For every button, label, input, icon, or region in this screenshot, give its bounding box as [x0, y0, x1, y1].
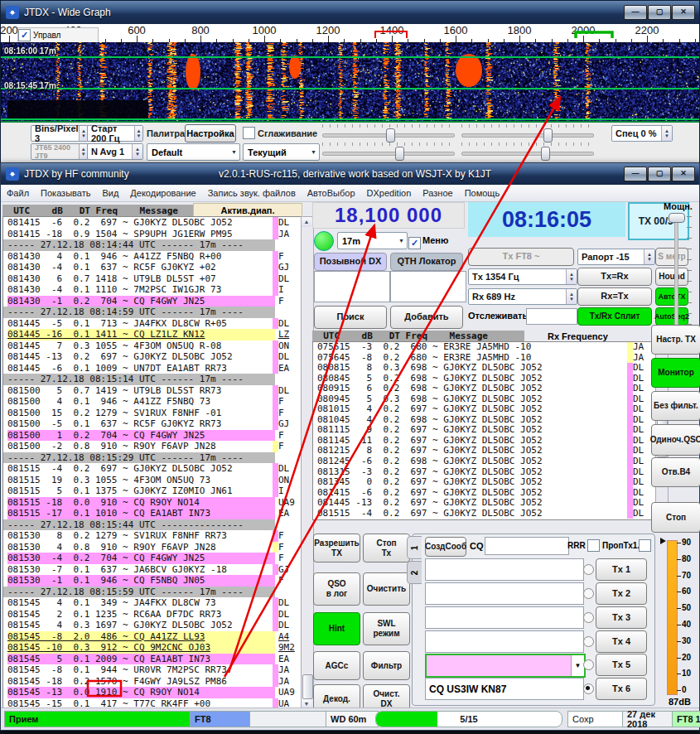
table-row[interactable]: 081530 8 0.2 1279 ~ SV1RUX F8NHF RR73F — [3, 530, 302, 542]
table-row[interactable]: 081500 5 0.7 1419 ~ UT9LB DL5ST RR73DL — [3, 385, 302, 397]
tx-select-radio-6[interactable] — [583, 683, 594, 694]
table-row[interactable]: 081445 -13 0.2 697 ~ GJ0KYZ DL5OBC JO52D… — [313, 498, 656, 509]
tx5-dropdown-icon[interactable]: ▼ — [571, 655, 584, 676]
action-button-фильтр[interactable]: Фильтр — [363, 651, 410, 680]
table-row[interactable]: 081445 -5 0.1 713 ~ JA4FKX DL8CW R+05DL — [3, 318, 302, 330]
rx-eq-tx-button[interactable]: Rx=Tx — [577, 287, 652, 306]
action-button-стоп-тх[interactable]: Стоп Тх — [363, 534, 410, 563]
table-row[interactable]: 081515 -18 0.0 910 ~ CQ R9OY NO14UA9 — [3, 497, 302, 509]
table-row[interactable]: 081545 -13 0.0 1910 ~ CQ R9OY NO14UA9 — [3, 687, 302, 698]
tx-audio-freq-spinner[interactable]: Tx 1354 Гц▲▼ — [468, 268, 577, 285]
jt65-jt9-split-spinner[interactable]: JT65 2400 JT9▲▼ — [31, 143, 89, 160]
menu-item-dxpedition[interactable]: DXpedition — [361, 186, 418, 200]
table-row[interactable]: 081530 -4 0.2 704 ~ CQ F4GWY JN25F — [3, 553, 302, 564]
rx-audio-freq-spinner[interactable]: Rx 689 Hz▲▼ — [468, 288, 577, 305]
rrr-checkbox[interactable] — [587, 539, 600, 555]
n-avg-spinner[interactable]: N Avg 1▲▼ — [87, 143, 143, 160]
status-save[interactable]: Сохр — [567, 711, 627, 727]
gain2-slider[interactable] — [322, 142, 455, 159]
palette-select[interactable]: Default▼ — [147, 143, 240, 161]
table-row[interactable]: 081545 -10 0.3 912 ~ CQ 9M2CNC OJ039M2 — [3, 642, 302, 654]
band-activity-table[interactable]: 081415 -6 0.2 697 ~ GJ0KYZ DL5OBC JO52DL… — [2, 216, 302, 710]
main-titlebar[interactable]: ✦ JTDX by HF community v2.0.1-RUS-rc115,… — [1, 163, 699, 185]
split-button[interactable]: Tx/Rx Сплит — [577, 307, 652, 326]
table-row[interactable]: 081530 -1 0.1 946 ~ CQ F5NBQ JN05F — [3, 575, 302, 587]
track-input[interactable] — [526, 308, 577, 325]
action-button-hint[interactable]: Hint — [313, 612, 360, 645]
spec-percent-spinner[interactable]: Спец 0 %▲▼ — [611, 125, 673, 142]
table-row[interactable]: ----- 27.12.18 08:14:59 UTC ------ 17m -… — [3, 307, 275, 318]
checkbox-checked-icon[interactable]: ✓ — [18, 29, 31, 41]
table-row[interactable]: 081430 4 0.1 946 ~ A41ZZ F5NBQ R+00F — [3, 251, 302, 263]
table-row[interactable]: 081545 -8 0.1 944 ~ UR0VR 7M2PSC RR73JA — [3, 664, 302, 676]
table-row[interactable]: 081530 4 0.8 910 ~ R9OY F6AVP JN28F — [3, 542, 302, 553]
tx-button-4[interactable]: Tx 4 — [596, 630, 647, 653]
table-row[interactable]: 081015 4 0.2 697 ~ GJ0KYZ DL5OBC JO52DL — [313, 404, 656, 415]
autotx-button[interactable]: АвтоTX — [655, 287, 688, 306]
table-row[interactable]: 081500 1 0.2 704 ~ CQ F4GWY JN25F — [3, 430, 302, 442]
table-row[interactable]: 075615 -3 0.2 680 ~ ER3RE JA5MHD -10JA — [313, 342, 656, 353]
bins-per-pixel-spinner[interactable]: Bins/Pixel 3▲▼ — [31, 125, 89, 142]
waterfall-display[interactable] — [1, 42, 699, 121]
zero2-slider[interactable] — [461, 142, 594, 159]
menu-item-вид[interactable]: Вид — [96, 186, 124, 200]
right-button-без-фильт-[interactable]: Без фильт. — [651, 391, 700, 421]
table-row[interactable]: 081500 -2 0.8 910 ~ R9OY F6AVP JN28F — [3, 441, 302, 452]
tx-message-field-6[interactable]: CQ US3IW KN87 — [425, 678, 584, 700]
table-row[interactable]: 081545 4 0.1 349 ~ JA4FKX DL8CW 73DL — [3, 597, 302, 609]
table-row[interactable]: 081515 19 0.3 1055 ~ 4F3OM ON5UQ 73ON — [3, 475, 302, 486]
tx-message-field-4[interactable] — [425, 630, 584, 653]
table-row[interactable]: 080815 8 0.3 698 ~ GJ0KYZ DL5OBC JO52DL — [313, 363, 656, 374]
zero-slider[interactable] — [461, 124, 594, 141]
table-row[interactable]: 081245 -6 0.2 698 ~ GJ0KYZ DL5OBC JO52DL — [313, 456, 656, 467]
band-select[interactable]: 17m▼ — [337, 232, 408, 249]
tx-message-field-3[interactable] — [425, 606, 584, 629]
autoseq-button[interactable]: AutoSeq2 — [655, 307, 688, 326]
table-row[interactable]: 081445 -6 0.1 1009 ~ UN7DT EA1ABT RR73EA — [3, 363, 302, 374]
tx-select-radio-2[interactable] — [583, 588, 594, 599]
minimize-icon[interactable]: — — [624, 167, 647, 181]
menu-item-декодирование[interactable]: Декодирование — [124, 186, 201, 200]
table-row[interactable]: 081515 -4 0.2 697 ~ GJ0KYZ DL5OBC JO52DL — [313, 509, 656, 519]
cq-input[interactable] — [485, 537, 569, 555]
table-row[interactable]: 081515 -4 0.2 697 ~ GJ0KYZ DL5OBC JO52DL — [3, 463, 302, 475]
generate-messages-button[interactable]: СоздСооб — [425, 537, 466, 557]
tx-eq-rx-button[interactable]: Tx=Rx — [577, 268, 652, 286]
rx-frequency-table[interactable]: 075615 -3 0.2 680 ~ ER3RE JA5MHD -10JA07… — [312, 341, 657, 520]
power-slider-track[interactable] — [674, 215, 678, 326]
close-icon[interactable]: ✕ — [672, 5, 695, 20]
action-button-разрешить-тх[interactable]: Разрешить ТХ — [313, 534, 360, 563]
table-row[interactable]: 081430 -1 0.2 704 ~ CQ F4GWY JN25F — [3, 296, 302, 307]
table-row[interactable]: ----- 27.12.18 08:15:29 UTC ------ 17m -… — [3, 452, 275, 464]
start-frequency-spinner[interactable]: Старт 200 Гц▲▼ — [87, 125, 143, 142]
action-button-agcc[interactable]: AGCc — [313, 651, 360, 680]
menu-item-файл[interactable]: Файл — [1, 186, 35, 200]
right-button-одиноч-qso[interactable]: Одиноч.QSO — [651, 424, 700, 456]
table-row[interactable]: 080915 6 0.2 698 ~ GJ0KYZ DL5OBC JO52DL — [313, 384, 656, 394]
action-button-swl-режим[interactable]: SWL режим — [363, 612, 410, 645]
palette-settings-button[interactable]: Настройка — [185, 124, 236, 142]
menu-item-автовыбор[interactable]: АвтоВыбор — [302, 186, 361, 200]
tx-button-1[interactable]: Tx 1 — [596, 558, 647, 581]
table-row[interactable]: ----- 27.12.18 08:14:44 UTC ------ 17m -… — [3, 239, 275, 251]
tx-button-5[interactable]: Tx 5 — [596, 654, 647, 676]
waterfall-control-checkbox[interactable]: ✓ Управл — [17, 27, 99, 43]
table-row[interactable]: 081500 -5 0.1 637 ~ RC5F GJ0KYZ RR73GJ — [3, 418, 302, 430]
table-row[interactable]: 081500 15 0.2 1279 ~ SV1RUX F8NHF -01F — [3, 408, 302, 419]
table-row[interactable]: 081430 -4 0.1 1110 ~ 7M2PSC IW1GJR 73I — [3, 284, 302, 296]
smeter-button[interactable]: S метр — [655, 248, 688, 266]
table-row[interactable]: 081445 7 0.3 1055 ~ 4F3OM ON5UQ R-08ON — [3, 340, 302, 352]
tx-select-radio-4[interactable] — [583, 636, 594, 647]
tx-message-field-5[interactable]: ▼ — [425, 654, 586, 678]
tx-button-3[interactable]: Tx 3 — [596, 606, 647, 629]
table-row[interactable]: 081515 5 0.1 1375 ~ GJ0KYZ IZ0MIO JN61I — [3, 485, 302, 497]
tx-mode-button[interactable]: Tx FT8 ~ — [468, 248, 574, 266]
tab-message-1[interactable]: 1 — [407, 536, 422, 559]
table-row[interactable]: 081530 -7 0.1 637 ~ JA6BCV GJ0KYZ -18GJ — [3, 564, 302, 576]
minimize-icon[interactable]: — — [624, 5, 647, 20]
action-button-qso-в-лог[interactable]: QSO в лог — [313, 572, 360, 606]
maximize-icon[interactable]: ▢ — [648, 167, 671, 181]
table-row[interactable]: ----- 27.12.18 08:15:14 UTC ------ 17m -… — [3, 374, 275, 385]
table-row[interactable]: 081415 -6 0.2 697 ~ GJ0KYZ DL5OBC JO52DL — [3, 217, 302, 229]
search-button[interactable]: Поиск — [314, 306, 387, 329]
